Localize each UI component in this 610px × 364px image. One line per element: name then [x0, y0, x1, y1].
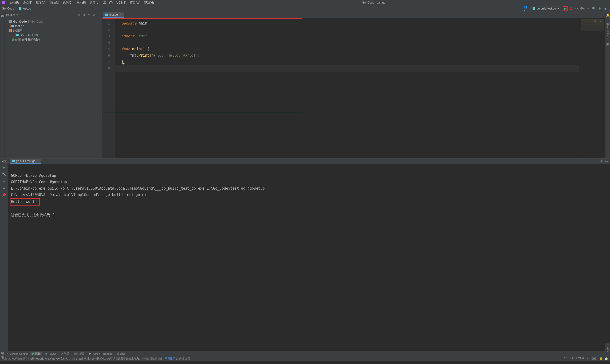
tab-version-control[interactable]: ᚶVersion Control [5, 352, 29, 355]
maximize-button[interactable]: ▢ [599, 1, 601, 4]
chevron-down-icon: ▾ [557, 7, 559, 10]
tree-go-sdk[interactable]: › Go SDK 1.19 [5, 33, 102, 37]
tab-services[interactable]: ☰服务 [115, 352, 127, 355]
menu-window[interactable]: 窗口(W) [128, 1, 142, 5]
status-indent[interactable]: 4 个空格 [587, 357, 597, 360]
status-encoding[interactable]: UTF-8 [576, 357, 584, 360]
users-dropdown-icon[interactable]: 👥▾ [524, 6, 529, 11]
status-message: 现在 Go 代码会在保存时进行格式化: 每次保存 Go 文件时，IDE 都会自动… [2, 357, 563, 360]
editor-tabs-more-icon[interactable]: ⋮ [600, 13, 605, 17]
window-title: Go_Code - test.go [156, 1, 592, 4]
bottom-tool-tabs: ▣ ᚶVersion Control ▶运行 ≣TODO ⊘问题 ⌨终端 ⬢Py… [0, 351, 610, 356]
editor-tab-testgo[interactable]: test.go ✕ [103, 12, 124, 18]
make-tool-tab[interactable]: make [606, 345, 609, 353]
editor-minimap[interactable] [579, 18, 605, 158]
library-icon [9, 29, 12, 32]
notifications-icon[interactable]: 🔔 [606, 13, 610, 17]
go-sdk-icon [16, 34, 19, 36]
status-action-link[interactable]: 不再显示 [165, 357, 175, 360]
tab-run[interactable]: ▶运行 [30, 352, 42, 355]
tab-terminal[interactable]: ⌨终端 [72, 352, 86, 355]
menu-tools[interactable]: 工具(T) [101, 1, 115, 5]
code-area[interactable]: package main import "fmt" func main() { … [115, 18, 579, 158]
json-helper-tab[interactable]: Json Helper [606, 24, 609, 38]
project-view-label[interactable]: 项目 [10, 13, 15, 17]
run-button[interactable]: ▶ [563, 6, 568, 11]
run-output[interactable]: GOROOT=E:\Go #gosetup GOPATH=E:\Go_Code … [8, 164, 610, 351]
breadcrumb-root[interactable]: Go_Code [2, 7, 14, 10]
panel-hide-icon[interactable]: — [605, 160, 608, 163]
main-area: 项目 ▤ 项目 ▾ ⊕ ⇅ ⇲ ⚙ — ⌄ Go_Code E:\Go_Code [0, 12, 610, 158]
left-tool-rail-bottom: 结构 书签 [0, 350, 5, 355]
go-file-icon [19, 7, 21, 10]
tab-todo[interactable]: ≣TODO [43, 352, 58, 355]
search-button[interactable]: 🔍 [591, 6, 596, 11]
minimize-button[interactable]: — [592, 1, 595, 4]
run-panel-toolbar: ▶ 🔧 ■ ⏏ 📌 [0, 164, 8, 351]
tree-project-root[interactable]: ⌄ Go_Code E:\Go_Code [5, 19, 102, 24]
menu-code[interactable]: 代码(C) [61, 1, 75, 5]
coverage-button[interactable]: ⟳ [574, 6, 579, 11]
panel-settings-icon[interactable]: ⚙ [600, 160, 603, 163]
stop-button[interactable]: ■ [586, 6, 590, 11]
menu-view[interactable]: 视图(V) [34, 1, 47, 5]
titlebar: 文件(F) 编辑(E) 视图(V) 导航(N) 代码(C) 重构(R) 运行(U… [0, 0, 610, 5]
project-sidebar: ▤ 项目 ▾ ⊕ ⇅ ⇲ ⚙ — ⌄ Go_Code E:\Go_Code te [5, 12, 102, 158]
close-button[interactable]: ✕ [606, 1, 608, 4]
right-rail-bottom: make [605, 343, 610, 354]
settings-icon[interactable]: ⚙ [92, 13, 95, 17]
statusbar: 现在 Go 代码会在保存时进行格式化: 每次保存 Go 文件时，IDE 都会自动… [0, 356, 610, 361]
menu-vcs[interactable]: VCS(S) [115, 1, 128, 4]
select-opened-file-icon[interactable]: ⊕ [78, 13, 81, 17]
status-extra-icon[interactable]: ☕ [605, 357, 608, 360]
status-line-ending[interactable]: LF [570, 357, 574, 360]
status-caret-position[interactable]: 8:1 [564, 357, 568, 360]
profile-button[interactable]: ⏱▾ [580, 6, 585, 11]
expand-all-icon[interactable]: ⇅ [83, 13, 85, 17]
go-file-icon [105, 13, 108, 16]
tab-python-packages[interactable]: ⬢Python Packages [87, 352, 114, 355]
stop-icon[interactable]: ■ [3, 179, 5, 183]
tree-external-libs[interactable]: ⌄ 外部库 [5, 28, 102, 33]
settings-button[interactable]: ⚙ [597, 6, 602, 11]
menu-navigate[interactable]: 导航(N) [47, 1, 61, 5]
menu-run[interactable]: 运行(U) [88, 1, 101, 5]
run-panel-label: 运行: [2, 159, 8, 163]
menu-file[interactable]: 文件(F) [8, 1, 21, 5]
menu-help[interactable]: 帮助(H) [142, 1, 156, 5]
output-highlight: Hello, world! [10, 198, 40, 206]
menu-edit[interactable]: 编辑(E) [21, 1, 34, 5]
pin-icon[interactable]: 📌 [2, 193, 6, 197]
project-tree: ⌄ Go_Code E:\Go_Code test.go ⌄ 外部库 › [5, 18, 102, 43]
close-icon[interactable]: ✕ [37, 160, 39, 162]
expand-arrow-icon[interactable]: › [12, 34, 14, 36]
debug-button[interactable]: 🐞 [569, 6, 573, 11]
expand-arrow-icon[interactable]: ⌄ [6, 20, 9, 23]
run-config-dropdown[interactable]: go build test.go ▾ [530, 6, 561, 11]
lock-icon[interactable]: 🔒 [599, 357, 602, 360]
collapse-all-icon[interactable]: ⇲ [88, 13, 90, 17]
right-tool-rail: 🔔 通知 Json Helper 数据库 [605, 12, 610, 158]
rerun-icon[interactable]: ▶ [3, 166, 5, 169]
breadcrumb-file[interactable]: test.go [19, 7, 31, 10]
run-panel-tab[interactable]: go build test.go ✕ [10, 159, 41, 164]
expand-arrow-icon[interactable]: ⌄ [6, 29, 9, 32]
run-panel-body: ▶ 🔧 ■ ⏏ 📌 GOROOT=E:\Go #gosetup GOPATH=E… [0, 164, 610, 351]
ide-logo-icon [2, 1, 5, 4]
tab-problems[interactable]: ⊘问题 [59, 352, 71, 355]
window-controls: — ▢ ✕ [592, 1, 608, 4]
hide-sidebar-icon[interactable]: — [97, 13, 100, 17]
tree-file-testgo[interactable]: test.go [5, 24, 102, 28]
run-panel-header: 运行: go build test.go ✕ ⚙ — [0, 158, 610, 164]
editor-body[interactable]: 1 2 3 4 5 6 7 8 package main import "fmt… [102, 18, 605, 158]
tree-scratches[interactable]: 临时文件和控制台 [5, 37, 102, 42]
go-file-icon [533, 7, 535, 10]
menu-refactor[interactable]: 重构(R) [75, 1, 88, 5]
ide-badge-icon[interactable]: ◆ [603, 6, 608, 11]
chevron-down-icon[interactable]: ▾ [16, 13, 18, 17]
close-tab-icon[interactable]: ✕ [119, 13, 122, 16]
exit-icon[interactable]: ⏏ [3, 186, 5, 190]
run-panel: 运行: go build test.go ✕ ⚙ — ▶ 🔧 ■ ⏏ 📌 GOR… [0, 158, 610, 351]
intention-bulb-icon[interactable]: ● [123, 62, 124, 65]
wrench-icon[interactable]: 🔧 [2, 172, 6, 176]
